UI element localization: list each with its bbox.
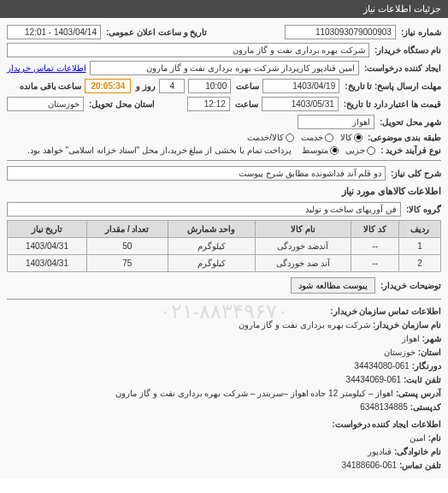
remaining-label: ساعت باقی مانده bbox=[20, 81, 82, 91]
goods-group-value: فن آوریهای ساخت و تولید bbox=[7, 202, 401, 217]
cell-row: 2 bbox=[399, 255, 441, 272]
category-label: طبقه بندی موضوعی: bbox=[368, 133, 441, 142]
ci-org-label: نام سازمان خریدار: bbox=[373, 320, 441, 330]
announce-time-label: تاریخ و ساعت اعلان عمومی: bbox=[106, 27, 207, 37]
ci-contact-phone-label: تلفن تماس: bbox=[399, 460, 441, 470]
purchase-note: پرداخت تمام یا بخشی از مبلغ خرید،از محل … bbox=[27, 146, 292, 155]
radio-service[interactable]: خدمت bbox=[301, 133, 333, 142]
radio-circle-medium bbox=[330, 146, 339, 155]
attachment-button[interactable]: پیوست مطالعه شود bbox=[291, 277, 375, 294]
radio-medium[interactable]: متوسط bbox=[302, 146, 339, 155]
ci-fax-label: دورنگار: bbox=[412, 361, 441, 371]
th-unit: واحد شمارش bbox=[168, 221, 255, 238]
radio-goods-label: کالا bbox=[340, 133, 352, 142]
cell-qty: 75 bbox=[86, 255, 168, 272]
buyer-notes-label: توضیحات خریدار: bbox=[380, 281, 441, 290]
ci-contact-phone-value: 061-34188606 bbox=[342, 460, 398, 470]
cell-qty: 50 bbox=[86, 238, 168, 255]
cell-date: 1403/04/31 bbox=[8, 255, 87, 272]
ci-fax-value: 061-34434080 bbox=[354, 361, 410, 371]
buyer-org-label: نام دستگاه خریدار: bbox=[374, 45, 441, 55]
time-label-1: ساعت bbox=[236, 81, 259, 91]
ci-postcode-label: کدپستی: bbox=[410, 402, 441, 412]
ci-address-value: اهواز – کیلومتر 12 جاده اهواز –سربندر – … bbox=[115, 389, 393, 398]
validity-label: قیمت ها اعتبار دارد تا تاریخ: bbox=[344, 99, 441, 109]
ci-surname-value: قنادپور bbox=[368, 447, 392, 456]
resp-deadline-date: 1403/04/19 bbox=[262, 79, 339, 93]
validity-date: 1403/05/31 bbox=[262, 97, 339, 111]
delivery-city-value: اهواز bbox=[298, 115, 374, 129]
ci-province-value: خوزستان bbox=[384, 347, 416, 357]
th-code: کد کالا bbox=[351, 221, 399, 238]
ci-name-value: امین bbox=[410, 433, 426, 443]
resp-deadline-label: مهلت ارسال پاسخ: تا تاریخ: bbox=[345, 81, 441, 91]
ci-city-label: شهر: bbox=[422, 334, 441, 343]
radio-circle-goods bbox=[354, 134, 363, 142]
cell-unit: کیلوگرم bbox=[168, 238, 255, 255]
radio-small[interactable]: جزیی bbox=[345, 146, 375, 155]
creator-label: ایجاد کننده درخواست: bbox=[364, 63, 441, 73]
announce-time-value: 1403/04/14 - 12:01 bbox=[7, 25, 101, 39]
cell-name: آند ضد خوردگی bbox=[255, 255, 351, 272]
general-desc-value: دو قلم آند فداشونده مطابق شرح پیوست bbox=[7, 166, 386, 181]
table-row: 1 -- آندضد خوردگی کیلوگرم 50 1403/04/31 bbox=[8, 238, 441, 255]
radio-medium-label: متوسط bbox=[302, 146, 328, 155]
delivery-province-label: استان محل تحویل: bbox=[89, 99, 155, 109]
radio-circle-goods-service bbox=[286, 134, 294, 142]
radio-goods-service[interactable]: کالا/خدمت bbox=[247, 133, 294, 142]
category-radio-group: کالا خدمت کالا/خدمت bbox=[247, 133, 363, 142]
radio-service-label: خدمت bbox=[301, 133, 323, 142]
buyer-contact-block: اطلاعات تماس سازمان خریدار: نام سازمان خ… bbox=[7, 305, 441, 472]
title-bar: جزئیات اطلاعات نیاز bbox=[0, 0, 448, 18]
items-section-header: اطلاعات کالاهای مورد نیاز bbox=[7, 186, 441, 197]
purchase-type-label: نوع فرآیند خرید : bbox=[380, 146, 441, 155]
countdown-timer: 20:05:34 bbox=[85, 79, 131, 93]
time-label-2: ساعت bbox=[235, 99, 258, 109]
cell-code: -- bbox=[351, 238, 399, 255]
ci-phone-label: تلفن ثابت: bbox=[404, 375, 441, 384]
th-row: ردیف bbox=[399, 221, 441, 238]
number-value: 1103093079000903 bbox=[285, 25, 396, 39]
goods-group-label: گروه کالا: bbox=[406, 205, 441, 214]
buyer-contact-header: اطلاعات تماس سازمان خریدار: bbox=[7, 305, 441, 318]
ci-address-label: آدرس پستی: bbox=[396, 389, 441, 398]
items-table: ردیف کد کالا نام کالا واحد شمارش تعداد /… bbox=[7, 220, 441, 272]
ci-phone-value: 061-34434069 bbox=[346, 375, 402, 384]
th-qty: تعداد / مقدار bbox=[86, 221, 168, 238]
validity-time: 12:12 bbox=[187, 97, 230, 111]
number-label: شماره نیاز: bbox=[401, 27, 441, 37]
th-date: تاریخ نیاز bbox=[8, 221, 87, 238]
creator-contact-header: اطلاعات ایجاد کننده درخواست: bbox=[7, 418, 441, 431]
divider-1 bbox=[7, 160, 441, 161]
th-name: نام کالا bbox=[255, 221, 351, 238]
days-and-label: روز و bbox=[136, 81, 156, 91]
buyer-org-value: شرکت بهره برداری نفت و گاز مارون bbox=[7, 43, 369, 57]
general-desc-label: شرح کلی نیاز: bbox=[391, 169, 441, 178]
cell-name: آندضد خوردگی bbox=[255, 238, 351, 255]
radio-circle-service bbox=[325, 134, 333, 142]
radio-circle-small bbox=[367, 146, 375, 155]
purchase-type-radio-group: جزیی متوسط bbox=[302, 146, 375, 155]
radio-small-label: جزیی bbox=[345, 146, 365, 155]
delivery-city-label: شهر محل تحویل: bbox=[380, 117, 441, 127]
days-value: 4 bbox=[159, 79, 185, 93]
cell-row: 1 bbox=[399, 238, 441, 255]
creator-value: امین قنادپور کارپرداز شرکت بهره برداری ن… bbox=[90, 61, 360, 75]
ci-name-label: نام: bbox=[428, 433, 441, 443]
divider-2 bbox=[7, 299, 441, 300]
radio-goods-service-label: کالا/خدمت bbox=[247, 133, 284, 142]
ci-postcode-value: 6348134885 bbox=[360, 402, 408, 412]
cell-date: 1403/04/31 bbox=[8, 238, 87, 255]
radio-goods[interactable]: کالا bbox=[340, 133, 363, 142]
table-row: 2 -- آند ضد خوردگی کیلوگرم 75 1403/04/31 bbox=[8, 255, 441, 272]
ci-surname-label: نام خانوادگی: bbox=[394, 447, 441, 456]
ci-org-value: شرکت بهره برداری نفت و گاز مارون bbox=[239, 320, 371, 330]
cell-unit: کیلوگرم bbox=[168, 255, 255, 272]
resp-deadline-time: 10:00 bbox=[188, 79, 231, 93]
delivery-province-value: خوزستان bbox=[7, 97, 84, 111]
ci-province-label: استان: bbox=[418, 347, 441, 357]
cell-code: -- bbox=[351, 255, 399, 272]
ci-city-value: اهواز bbox=[402, 334, 420, 343]
buyer-contact-link[interactable]: اطلاعات تماس خریدار bbox=[7, 63, 86, 73]
